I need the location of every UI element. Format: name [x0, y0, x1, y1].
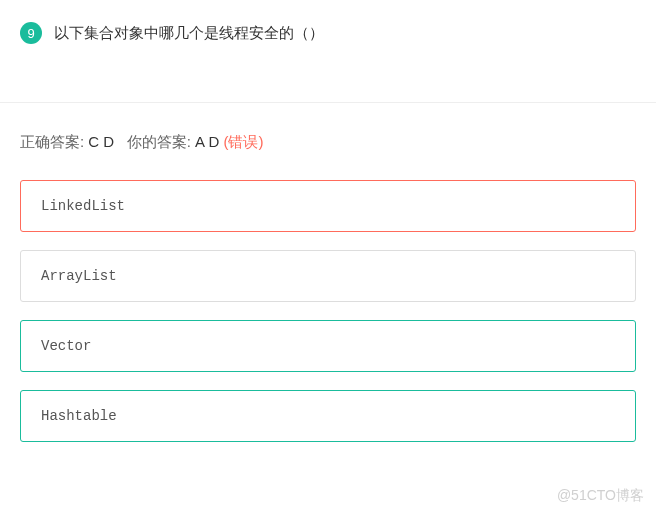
correct-answer-value: C D [88, 133, 114, 150]
answer-section: 正确答案: C D 你的答案: A D (错误) LinkedListArray… [0, 102, 656, 442]
option-d[interactable]: Hashtable [20, 390, 636, 442]
correct-answer-label: 正确答案: [20, 133, 88, 150]
question-text: 以下集合对象中哪几个是线程安全的（） [54, 22, 324, 44]
question-number-badge: 9 [20, 22, 42, 44]
answer-summary: 正确答案: C D 你的答案: A D (错误) [20, 133, 636, 152]
your-answer-label: 你的答案: [127, 133, 195, 150]
option-a[interactable]: LinkedList [20, 180, 636, 232]
options-container: LinkedListArrayListVectorHashtable [20, 180, 636, 442]
wrong-flag: (错误) [223, 133, 263, 150]
option-c[interactable]: Vector [20, 320, 636, 372]
watermark: @51CTO博客 [557, 487, 644, 505]
your-answer-value: A D [195, 133, 223, 150]
option-b[interactable]: ArrayList [20, 250, 636, 302]
question-header: 9 以下集合对象中哪几个是线程安全的（） [0, 0, 656, 44]
